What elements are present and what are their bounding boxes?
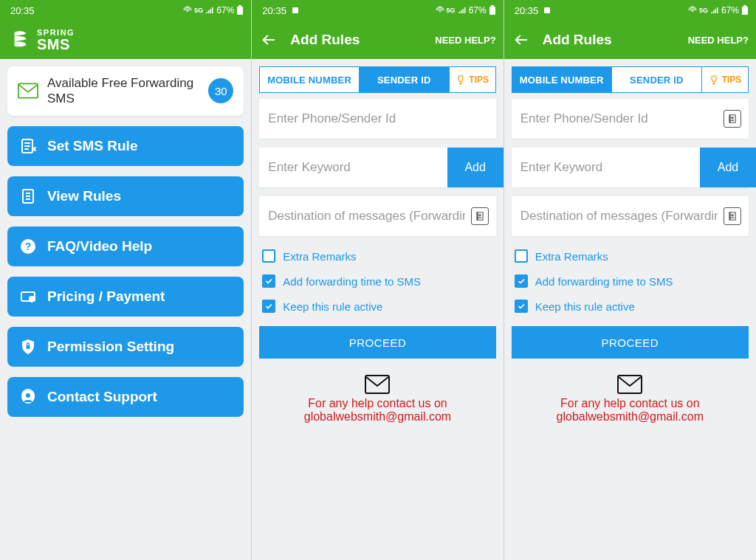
payment-icon: $	[19, 288, 37, 305]
brand-header: SPRING SMS	[0, 21, 251, 59]
svg-point-13	[26, 393, 30, 398]
contacts-icon[interactable]	[471, 207, 489, 225]
svg-rect-22	[743, 5, 746, 7]
svg-point-0	[187, 10, 189, 12]
free-sms-card[interactable]: Available Free Forwarding SMS 30	[7, 66, 244, 116]
svg-point-15	[439, 10, 441, 12]
svg-point-20	[691, 10, 693, 12]
keep-active-checkbox[interactable]: Keep this rule active	[515, 300, 746, 313]
tab-mobile-number[interactable]: MOBILE NUMBER	[512, 67, 612, 92]
destination-input[interactable]	[520, 209, 718, 224]
free-sms-label: Available Free Forwarding SMS	[47, 75, 199, 107]
permission-button[interactable]: Permission Setting	[7, 327, 244, 367]
tab-sender-id[interactable]: SENDER ID	[360, 67, 450, 92]
menu-label: View Rules	[47, 188, 121, 204]
view-rules-button[interactable]: View Rules	[7, 176, 244, 216]
svg-rect-18	[365, 376, 389, 393]
screen-add-rules-sender: 20:35 5G 67% Add Rules NEED HELP? MOBILE…	[504, 0, 756, 560]
help-line-1: For any help contact us on	[267, 397, 488, 410]
page-title: Add Rules	[543, 32, 675, 48]
keyword-input[interactable]	[268, 160, 441, 175]
contact-support-button[interactable]: Contact Support	[7, 377, 244, 417]
tips-button[interactable]: TIPS	[702, 67, 748, 92]
keyword-input[interactable]	[520, 160, 694, 175]
menu-label: Pricing / Payment	[47, 288, 165, 305]
rule-icon	[19, 137, 37, 155]
extra-remarks-checkbox[interactable]: Extra Remarks	[515, 249, 746, 263]
destination-input[interactable]	[268, 209, 464, 224]
phone-sender-field[interactable]	[512, 99, 749, 139]
brand-text: SPRING SMS	[37, 29, 75, 52]
screenshot-icon	[291, 6, 300, 15]
svg-text:?: ?	[25, 241, 32, 252]
menu-label: Set SMS Rule	[47, 138, 137, 154]
signal-icon	[205, 6, 214, 15]
menu-label: FAQ/Video Help	[47, 238, 152, 255]
tab-mobile-number[interactable]: MOBILE NUMBER	[260, 67, 360, 92]
help-icon: ?	[19, 238, 37, 255]
status-right: 5G 67%	[183, 5, 244, 15]
signal-icon	[710, 6, 719, 15]
svg-rect-11	[27, 345, 30, 349]
svg-rect-17	[491, 5, 494, 7]
add-keyword-button[interactable]: Add	[700, 148, 756, 187]
need-help-link[interactable]: NEED HELP?	[688, 35, 749, 46]
svg-rect-3	[18, 84, 38, 98]
set-sms-rule-button[interactable]: Set SMS Rule	[7, 126, 244, 166]
svg-rect-1	[237, 7, 243, 15]
signal-icon	[458, 6, 467, 15]
extra-remarks-checkbox[interactable]: Extra Remarks	[262, 249, 492, 263]
svg-rect-2	[238, 5, 241, 7]
help-contact-block: For any help contact us on globalwebsmit…	[259, 367, 495, 424]
battery-icon	[489, 5, 496, 15]
app-bar: Add Rules NEED HELP?	[252, 21, 503, 59]
help-line-1: For any help contact us on	[519, 397, 741, 410]
proceed-button[interactable]: PROCEED	[259, 326, 495, 359]
add-keyword-button[interactable]: Add	[447, 148, 504, 187]
back-icon[interactable]	[261, 32, 277, 48]
faq-help-button[interactable]: ? FAQ/Video Help	[7, 227, 244, 266]
contacts-icon[interactable]	[724, 110, 741, 128]
svg-rect-14	[292, 7, 298, 13]
add-time-checkbox[interactable]: Add forwarding time to SMS	[515, 274, 746, 288]
keyword-field[interactable]: Add	[512, 148, 749, 187]
status-bar: 20:35 5G 67%	[504, 0, 756, 21]
svg-rect-21	[742, 7, 748, 15]
status-bar: 20:35 5G 67%	[252, 0, 503, 21]
shield-icon	[19, 338, 37, 356]
status-right: 5G 67%	[436, 5, 496, 15]
hotspot-icon	[183, 6, 192, 15]
help-line-2: globalwebsmith@gmail.com	[267, 410, 488, 424]
proceed-button[interactable]: PROCEED	[512, 326, 749, 359]
add-time-checkbox[interactable]: Add forwarding time to SMS	[262, 274, 492, 288]
tab-sender-id[interactable]: SENDER ID	[612, 67, 702, 92]
phone-sender-input[interactable]	[520, 111, 718, 126]
menu-label: Contact Support	[47, 389, 157, 405]
phone-sender-input[interactable]	[268, 111, 488, 126]
svg-rect-19	[544, 7, 550, 13]
contacts-icon[interactable]	[724, 207, 741, 225]
brand-logo-icon	[10, 30, 31, 50]
destination-field[interactable]	[512, 196, 749, 236]
destination-field[interactable]	[259, 196, 495, 236]
keyword-field[interactable]: Add	[259, 148, 495, 187]
list-icon	[19, 187, 37, 205]
keep-active-checkbox[interactable]: Keep this rule active	[262, 300, 492, 313]
back-icon[interactable]	[513, 32, 529, 48]
bulb-icon	[456, 75, 466, 85]
need-help-link[interactable]: NEED HELP?	[435, 35, 495, 46]
screen-add-rules-mobile: 20:35 5G 67% Add Rules NEED HELP? MOBILE…	[252, 0, 504, 560]
svg-rect-23	[618, 376, 642, 393]
mail-icon	[365, 375, 390, 394]
screenshot-icon	[543, 6, 551, 15]
screen-home: 20:35 5G 67% SPRING SMS	[0, 0, 252, 560]
status-time: 20:35	[515, 5, 539, 16]
phone-sender-field[interactable]	[259, 99, 495, 139]
hotspot-icon	[688, 6, 697, 15]
battery-icon	[236, 5, 244, 15]
pricing-button[interactable]: $ Pricing / Payment	[7, 277, 244, 317]
status-bar: 20:35 5G 67%	[0, 0, 251, 21]
status-right: 5G 67%	[688, 5, 749, 15]
menu-label: Permission Setting	[47, 339, 174, 355]
tips-button[interactable]: TIPS	[450, 67, 495, 92]
